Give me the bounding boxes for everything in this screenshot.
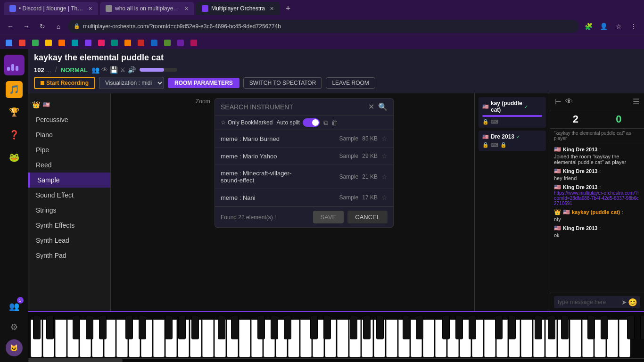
instrument-item-synth-pad[interactable]: Synth Pad (28, 248, 110, 263)
piano-key-black[interactable] (33, 316, 41, 339)
piano-key-black[interactable] (442, 316, 450, 339)
piano-key-white[interactable] (607, 320, 618, 357)
piano-key-black[interactable] (640, 316, 644, 339)
tab-orchestra[interactable]: Multiplayer Orchestra ✕ (196, 2, 280, 15)
piano-key-black[interactable] (257, 316, 265, 339)
bookmark-3[interactable] (43, 39, 54, 47)
bookmark-13[interactable] (175, 39, 186, 47)
favorites-button[interactable]: ☆ (612, 20, 625, 33)
piano-key-white[interactable] (386, 320, 397, 357)
bookmark-14[interactable] (189, 39, 199, 47)
sidebar-icon-sticker[interactable]: 🐸 (6, 149, 23, 166)
piano-key-black[interactable] (178, 316, 186, 339)
piano-key-black[interactable] (231, 316, 239, 339)
chat-input[interactable] (554, 296, 640, 308)
piano-key-black[interactable] (99, 316, 107, 339)
piano-key-black[interactable] (627, 316, 635, 339)
scroll-thumb[interactable] (28, 359, 123, 362)
search-input[interactable] (221, 103, 364, 111)
piano-key-white[interactable] (153, 320, 165, 357)
piano-key-black[interactable] (469, 316, 476, 339)
instrument-item-synth-lead[interactable]: Synth Lead (28, 233, 110, 248)
piano-key-black[interactable] (165, 316, 173, 339)
piano-key-black[interactable] (403, 316, 410, 339)
piano-key-black[interactable] (284, 316, 291, 339)
tab-close-query[interactable]: ✕ (184, 6, 189, 12)
sidebar-icon-users[interactable]: 👥 1 (6, 298, 23, 315)
piano-key-black[interactable] (561, 316, 569, 339)
logo[interactable] (4, 55, 25, 75)
bookmark-2[interactable] (30, 39, 41, 47)
piano-key-white[interactable] (55, 320, 66, 357)
instrument-item-percussive[interactable]: Percussive (28, 112, 110, 127)
instrument-item-sound-effect[interactable]: Sound Effect (28, 188, 110, 203)
piano-key-black[interactable] (455, 316, 463, 339)
piano-key-white[interactable] (570, 320, 581, 357)
piano-key-black[interactable] (310, 316, 318, 339)
instrument-item-strings[interactable]: Strings (28, 203, 110, 218)
chat-send-button[interactable]: ➤ (621, 298, 627, 306)
menu-button[interactable]: ⋮ (627, 20, 640, 33)
list-item[interactable]: meme : Mario Burned Sample 85 KB ☆ (215, 130, 393, 148)
new-tab-button[interactable]: + (281, 2, 295, 15)
piano-key-black[interactable] (350, 316, 357, 339)
piano-key-black[interactable] (271, 316, 278, 339)
piano-key-black[interactable] (363, 316, 371, 339)
piano-key-white[interactable] (423, 320, 434, 357)
room-params-button[interactable]: ROOM PARAMETERS (168, 78, 239, 88)
instrument-star-3[interactable]: ☆ (381, 194, 388, 201)
address-bar[interactable]: 🔒 multiplayer-orchestra.com/?roomId=cb9d… (68, 20, 579, 33)
tab-close-discord[interactable]: ✕ (88, 6, 92, 12)
extensions-button[interactable]: 🧩 (582, 20, 595, 33)
rp-collapse-icon[interactable]: ⊢ (555, 97, 561, 106)
piano-key-black[interactable] (508, 316, 516, 339)
delete-icon[interactable]: 🗑 (331, 119, 338, 127)
piano-key-black[interactable] (191, 316, 199, 339)
bookmark-1[interactable] (17, 39, 27, 47)
instrument-star-0[interactable]: ☆ (381, 135, 388, 142)
chat-link-2[interactable]: https://www.multiplayer-orchestra.com/?r… (554, 190, 640, 206)
instrument-item-pipe[interactable]: Pipe (28, 142, 110, 157)
save-button[interactable]: SAVE (313, 211, 344, 223)
list-item[interactable]: meme : Minecraft-villager-sound-effect S… (215, 165, 393, 189)
leave-button[interactable]: LEAVE ROOM (326, 77, 375, 89)
piano-key-white[interactable] (239, 320, 250, 357)
piano-key-white[interactable] (484, 320, 495, 357)
piano-key-white[interactable] (337, 320, 348, 357)
piano-key-black[interactable] (139, 316, 146, 339)
piano-key-black[interactable] (495, 316, 503, 339)
piano-key-black[interactable] (86, 316, 93, 339)
bookmark-apps[interactable] (4, 39, 14, 47)
bookmark-6[interactable] (83, 39, 93, 47)
auto-split-toggle[interactable] (303, 118, 320, 127)
bookmark-7[interactable] (96, 39, 107, 47)
piano-key-white[interactable] (202, 320, 214, 357)
instrument-item-0[interactable]: 👑 🇺🇸 (28, 97, 110, 112)
instrument-star-2[interactable]: ☆ (381, 173, 388, 181)
piano-key-black[interactable] (587, 316, 595, 339)
forward-button[interactable]: → (20, 20, 33, 33)
visualization-select[interactable]: Visualization : midi (99, 77, 164, 89)
search-close-icon[interactable]: ✕ (368, 102, 374, 111)
profile-button[interactable]: 👤 (597, 20, 610, 33)
sidebar-icon-settings[interactable]: ⚙ (6, 319, 23, 336)
bookmark-10[interactable] (136, 39, 146, 47)
record-button[interactable]: Start Recording (34, 77, 95, 89)
sidebar-icon-help[interactable]: ❓ (6, 126, 23, 143)
cancel-button[interactable]: CANCEL (347, 211, 388, 223)
piano-key-black[interactable] (323, 316, 331, 339)
sidebar-icon-music[interactable]: 🎵 (6, 81, 23, 98)
spectator-button[interactable]: SWITCH TO SPECTATOR (243, 77, 322, 89)
tab-multiplayer-query[interactable]: who all is on multiplayer orche... ✕ (100, 2, 194, 15)
instrument-item-synth-effects[interactable]: Synth Effects (28, 218, 110, 233)
piano-key-black[interactable] (125, 316, 133, 339)
reload-button[interactable]: ↻ (36, 20, 49, 33)
piano-key-black[interactable] (601, 316, 608, 339)
piano-key-black[interactable] (416, 316, 423, 339)
user-avatar[interactable]: 🐱 (6, 339, 23, 356)
instrument-item-piano[interactable]: Piano (28, 127, 110, 142)
list-item[interactable]: meme : Mario Yahoo Sample 29 KB ☆ (215, 148, 393, 165)
bookmark-11[interactable] (149, 39, 159, 47)
piano-key-black[interactable] (73, 316, 80, 339)
chat-emoji-button[interactable]: 😊 (628, 298, 637, 307)
